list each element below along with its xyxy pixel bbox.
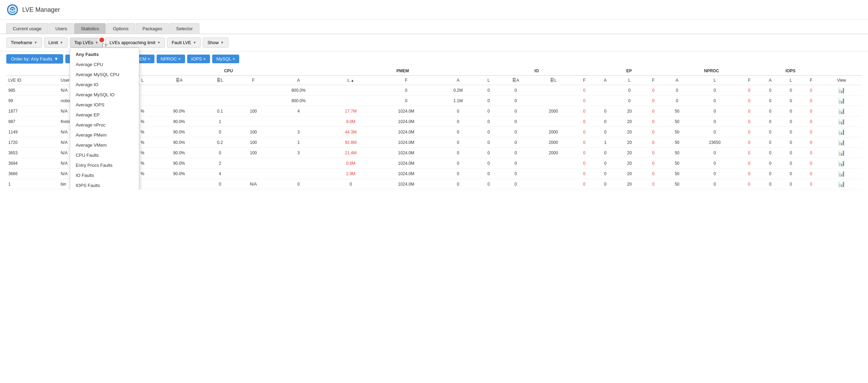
view-cell[interactable]: 📊 — [821, 127, 862, 137]
table-cell: 50 — [663, 137, 691, 148]
table-cell: 0 — [479, 106, 499, 116]
view-cell[interactable]: 📊 — [821, 169, 862, 179]
view-cell[interactable]: 📊 — [821, 96, 862, 106]
table-cell — [533, 85, 574, 96]
dropdown-item-io-faults[interactable]: IO Faults — [70, 170, 139, 180]
th-io-dba: 🗄A — [499, 76, 533, 85]
table-cell: 0 — [643, 127, 663, 137]
table-cell: 0 — [437, 179, 479, 189]
show-button[interactable]: Show ▼ — [203, 38, 228, 48]
tab-options[interactable]: Options — [106, 23, 135, 34]
view-cell[interactable]: 📊 — [821, 148, 862, 158]
table-cell: 0 — [499, 148, 533, 158]
table-cell: 0 — [616, 85, 643, 96]
tab-current-usage[interactable]: Current usage — [6, 23, 48, 34]
table-cell: 0 — [691, 116, 739, 127]
table-cell: 0 — [574, 85, 594, 96]
table-cell: 17.7M — [327, 106, 375, 116]
table-cell: 0 — [760, 106, 781, 116]
tab-selector[interactable]: Selector — [169, 23, 199, 34]
table-cell: 800.0% — [270, 96, 327, 106]
table-cell: 20 — [616, 127, 643, 137]
table-cell: 20 — [616, 137, 643, 148]
th-pmem-group: PMEM — [327, 66, 479, 76]
table-cell: 987 — [6, 116, 59, 127]
dropdown-item-avg-iops[interactable]: Average IOPS — [70, 100, 139, 110]
lves-approaching-label: LVEs approaching limit — [110, 40, 156, 45]
th-ep-group: EP — [595, 66, 664, 76]
order-by-button[interactable]: Order by: Any Faults ▼ — [6, 54, 63, 64]
table-cell: 0 — [739, 106, 759, 116]
view-cell[interactable]: 📊 — [821, 137, 862, 148]
table-cell: 44.3M — [327, 127, 375, 137]
table-cell: 50 — [663, 158, 691, 169]
tab-statistics[interactable]: Statistics — [74, 23, 106, 34]
th-cpu-a: A — [270, 76, 327, 85]
table-cell: 0 — [499, 106, 533, 116]
table-cell: 0 — [499, 85, 533, 96]
fault-lve-button[interactable]: Fault LVE ▼ — [167, 38, 201, 48]
view-cell[interactable]: 📊 — [821, 158, 862, 169]
view-cell[interactable]: 📊 — [821, 179, 862, 189]
dropdown-item-avg-mysql-cpu[interactable]: Average MySQL CPU — [70, 70, 139, 80]
dropdown-item-avg-io[interactable]: Average IO — [70, 80, 139, 90]
table-cell: 0 — [691, 96, 739, 106]
table-cell: 0 — [781, 169, 801, 179]
table-cell: 0 — [595, 106, 616, 116]
top-lves-arrow-icon: ▼ — [95, 41, 99, 44]
table-cell: 0 — [437, 106, 479, 116]
table-cell: 0 — [595, 179, 616, 189]
table-cell: 1024.0M — [375, 169, 437, 179]
dropdown-item-ep-faults[interactable]: Entry Procs Faults — [70, 160, 139, 170]
dropdown-item-any-faults[interactable]: Any Faults — [70, 49, 139, 59]
view-cell[interactable]: 📊 — [821, 85, 862, 96]
lves-approaching-arrow-icon: ▼ — [157, 41, 161, 44]
table-cell: 0 — [479, 148, 499, 158]
dropdown-item-iops-faults[interactable]: IOPS Faults — [70, 180, 139, 189]
table-cell: 0 — [643, 85, 663, 96]
dropdown-item-avg-cpu[interactable]: Average CPU — [70, 59, 139, 70]
th-io-f: F — [574, 76, 594, 85]
dropdown-item-avg-vmem[interactable]: Average VMem — [70, 140, 139, 150]
limit-button[interactable]: Limit ▼ — [44, 38, 68, 48]
table-cell: 0.6M — [327, 158, 375, 169]
th-cpu-group: CPU — [131, 66, 327, 76]
table-cell: 0 — [479, 179, 499, 189]
table-cell: 23650 — [691, 137, 739, 148]
tab-packages[interactable]: Packages — [136, 23, 169, 34]
dropdown-item-avg-mysql-io[interactable]: Average MySQL IO — [70, 90, 139, 100]
table-cell: 3 — [270, 127, 327, 137]
table-cell: 0 — [574, 179, 594, 189]
table-cell: 0 — [595, 116, 616, 127]
th-nproc-a: A — [663, 76, 691, 85]
table-cell: 0 — [760, 116, 781, 127]
table-cell: 50 — [663, 179, 691, 189]
table-cell: 0 — [595, 169, 616, 179]
view-cell[interactable]: 📊 — [821, 106, 862, 116]
table-cell: 90.0% — [155, 158, 203, 169]
table-cell: 50 — [663, 106, 691, 116]
filter-tag-mysql[interactable]: MySQL × — [212, 55, 239, 63]
lves-approaching-button[interactable]: LVEs approaching limit ▼ — [105, 38, 165, 48]
th-io-l: L — [479, 76, 499, 85]
timeframe-button[interactable]: Timeframe ▼ — [6, 38, 42, 48]
table-cell: 0 — [203, 148, 236, 158]
table-cell: 1 — [203, 116, 236, 127]
limit-arrow-icon: ▼ — [60, 41, 63, 44]
table-cell: 100 — [236, 106, 270, 116]
filter-tag-iops[interactable]: IOPS × — [187, 55, 210, 63]
table-cell: 0 — [691, 106, 739, 116]
dropdown-item-avg-nproc[interactable]: Average nProc — [70, 120, 139, 130]
dropdown-item-cpu-faults[interactable]: CPU Faults — [70, 150, 139, 160]
filter-tag-nproc[interactable]: NPROC × — [157, 55, 185, 63]
th-nproc-l: L — [691, 76, 739, 85]
view-cell[interactable]: 📊 — [821, 116, 862, 127]
table-cell: 0 — [595, 127, 616, 137]
dropdown-item-avg-ep[interactable]: Average EP — [70, 110, 139, 120]
table-cell: 1877 — [6, 106, 59, 116]
dropdown-item-avg-pmem[interactable]: Average PMem — [70, 130, 139, 140]
table-cell: 0 — [691, 85, 739, 96]
tab-users[interactable]: Users — [49, 23, 74, 34]
app-logo-icon — [6, 3, 19, 16]
top-lves-button[interactable]: Top LVEs ▼ — [70, 38, 103, 48]
